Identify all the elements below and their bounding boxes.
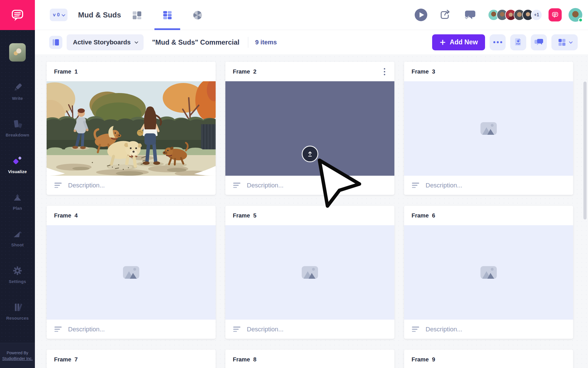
frames-grid: Frame 1 bbox=[35, 54, 588, 368]
description-placeholder: Description... bbox=[426, 326, 462, 333]
studiobinder-logo[interactable] bbox=[0, 0, 35, 30]
frame-card-header: Frame 5 bbox=[225, 206, 394, 225]
books-icon bbox=[12, 302, 23, 313]
shoot-icon bbox=[12, 228, 23, 240]
vertical-scrollbar[interactable] bbox=[583, 82, 587, 219]
studiobinder-link[interactable]: StudioBinder Inc. bbox=[2, 356, 33, 361]
plus-icon bbox=[439, 39, 446, 46]
mosaic-layout-icon bbox=[131, 9, 143, 21]
frame-image[interactable] bbox=[47, 81, 216, 176]
storyboards-dropdown[interactable]: Active Storyboards bbox=[67, 34, 144, 50]
description-placeholder: Description... bbox=[68, 326, 105, 333]
image-placeholder-icon bbox=[302, 266, 318, 279]
frame-description-field[interactable]: Description... bbox=[225, 320, 394, 339]
project-thumbnail[interactable] bbox=[9, 43, 26, 62]
sidebar-item-label: Resources bbox=[6, 316, 29, 320]
description-lines-icon bbox=[412, 182, 419, 189]
add-new-label: Add New bbox=[450, 38, 478, 46]
frame-image-placeholder[interactable] bbox=[225, 225, 394, 320]
sidebar-item-plan[interactable]: Plan bbox=[0, 183, 35, 219]
share-icon bbox=[439, 9, 451, 21]
image-placeholder-icon bbox=[480, 266, 497, 279]
frame-card-header: Frame 2 bbox=[225, 62, 394, 81]
sidebar-item-visualize[interactable]: Visualize bbox=[0, 146, 35, 183]
frame-description-field[interactable]: Description... bbox=[225, 176, 394, 195]
board-comments-button[interactable] bbox=[531, 34, 547, 50]
frame-description-field[interactable]: Description... bbox=[404, 176, 573, 195]
sidebar-item-shoot[interactable]: Shoot bbox=[0, 219, 35, 256]
sidebar-item-label: Breakdown bbox=[6, 132, 29, 137]
frame-image-placeholder[interactable] bbox=[404, 225, 573, 320]
layout-switcher-button[interactable] bbox=[551, 34, 578, 50]
frame-card-3: Frame 3 bbox=[404, 62, 573, 195]
board-title: "Mud & Suds" Commercial bbox=[152, 38, 239, 46]
sidebar-item-label: Settings bbox=[9, 279, 26, 284]
tab-grid-view[interactable] bbox=[162, 0, 173, 30]
frame-image-placeholder[interactable] bbox=[47, 225, 216, 320]
mountains-icon bbox=[12, 192, 23, 203]
add-new-button[interactable]: Add New bbox=[432, 34, 485, 50]
frame-title: Frame 9 bbox=[412, 356, 435, 363]
frame-card-header: Frame 1 bbox=[47, 62, 216, 81]
description-placeholder: Description... bbox=[426, 182, 462, 189]
frame-card-header: Frame 4 bbox=[47, 206, 216, 225]
frame-card-2: Frame 2 bbox=[225, 62, 394, 195]
chevron-down-icon bbox=[61, 13, 65, 16]
frame-card-4: Frame 4 bbox=[47, 206, 216, 339]
sidebar-item-breakdown[interactable]: Breakdown bbox=[0, 110, 35, 146]
frame-card-5: Frame 5 bbox=[225, 206, 394, 339]
description-placeholder: Description... bbox=[247, 182, 283, 189]
sidebar-nav: Write Breakdown Visualize Plan bbox=[0, 73, 35, 329]
frame-title: Frame 6 bbox=[412, 212, 435, 219]
description-lines-icon bbox=[54, 182, 62, 189]
image-placeholder-icon bbox=[480, 122, 497, 135]
gear-icon bbox=[12, 265, 23, 276]
board-toolbar-actions: Add New PDF bbox=[432, 34, 588, 50]
upload-button[interactable] bbox=[302, 146, 318, 162]
board-toolbar: Active Storyboards "Mud & Suds" Commerci… bbox=[35, 30, 588, 54]
visualize-icon bbox=[12, 155, 23, 167]
sidebar-item-write[interactable]: Write bbox=[0, 73, 35, 110]
sidebar-item-settings[interactable]: Settings bbox=[0, 256, 35, 293]
tab-shot-view[interactable] bbox=[192, 0, 203, 30]
frame-title: Frame 5 bbox=[233, 212, 257, 219]
description-lines-icon bbox=[412, 326, 419, 333]
frame-title: Frame 7 bbox=[54, 356, 78, 363]
sidebar-item-label: Visualize bbox=[8, 169, 27, 174]
ellipsis-icon bbox=[493, 41, 502, 43]
more-options-button[interactable] bbox=[490, 34, 506, 50]
frame-card-6: Frame 6 bbox=[404, 206, 573, 339]
user-avatar[interactable] bbox=[569, 8, 582, 22]
powered-by: Powered By StudioBinder Inc. bbox=[0, 343, 35, 368]
frame-upload-dropzone[interactable] bbox=[225, 81, 394, 176]
frame-title: Frame 2 bbox=[233, 68, 257, 75]
sidebar-item-label: Write bbox=[12, 96, 23, 101]
panel-layout-button[interactable] bbox=[49, 36, 62, 49]
avatar-overflow-badge[interactable]: +1 bbox=[531, 9, 542, 21]
sidebar: Write Breakdown Visualize Plan bbox=[0, 0, 35, 368]
chat-bubbles-icon bbox=[534, 37, 544, 47]
frame-description-field[interactable]: Description... bbox=[404, 320, 573, 339]
sidebar-item-resources[interactable]: Resources bbox=[0, 293, 35, 329]
view-tabs bbox=[131, 0, 203, 30]
chat-bubble-icon bbox=[551, 11, 559, 19]
comments-button[interactable] bbox=[463, 8, 476, 21]
studiobinder-chat-button[interactable] bbox=[549, 8, 562, 21]
frame-title: Frame 4 bbox=[54, 212, 78, 219]
speech-bubble-logo-icon bbox=[10, 7, 25, 23]
frame-menu-kebab-icon[interactable] bbox=[382, 66, 387, 77]
divider bbox=[248, 37, 248, 48]
version-selector[interactable]: v 0 bbox=[50, 9, 67, 21]
sidebar-layout-icon bbox=[52, 39, 59, 46]
storyboard-grid-area: Frame 1 bbox=[35, 54, 588, 368]
frame-card-header: Frame 3 bbox=[404, 62, 573, 81]
frame-description-field[interactable]: Description... bbox=[47, 176, 216, 195]
frame-description-field[interactable]: Description... bbox=[47, 320, 216, 339]
frame-card-1: Frame 1 bbox=[47, 62, 216, 195]
frame-image-placeholder[interactable] bbox=[404, 81, 573, 176]
share-button[interactable] bbox=[439, 9, 451, 21]
items-count: 9 items bbox=[255, 39, 277, 46]
tab-board-view[interactable] bbox=[131, 0, 143, 30]
play-button[interactable] bbox=[415, 9, 427, 21]
export-pdf-button[interactable]: PDF bbox=[510, 34, 526, 50]
